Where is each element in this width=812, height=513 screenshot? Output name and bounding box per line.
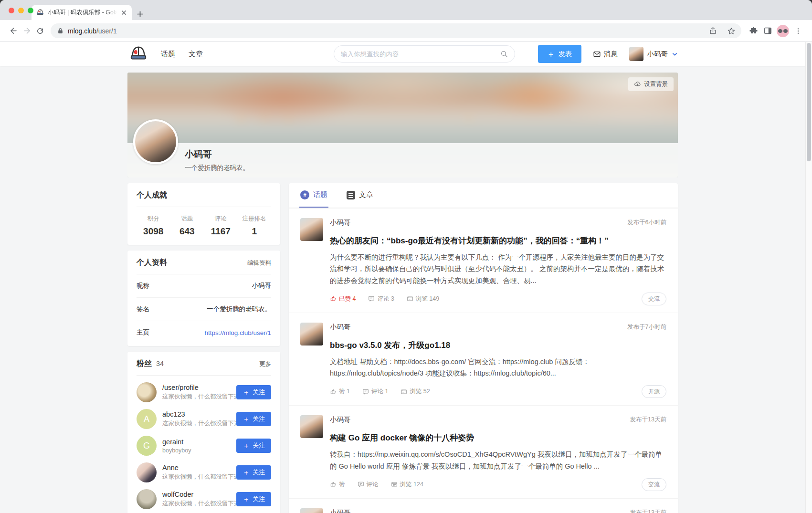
post-tag[interactable]: 交流 (642, 293, 666, 305)
post-title[interactable]: 热心的朋友问：“bbs-go最近有没有计划更新新的功能”，我的回答：“重构！” (330, 235, 666, 247)
window-close-button[interactable] (9, 8, 14, 13)
follow-button[interactable]: ＋ 关注 (236, 439, 271, 453)
search-box (334, 45, 515, 63)
post-author-name[interactable]: 小码哥 (330, 415, 351, 424)
header-username: 小码哥 (647, 50, 668, 59)
fan-avatar[interactable] (137, 489, 157, 509)
tab-topics[interactable]: # 话题 (299, 183, 328, 208)
comment-button[interactable]: 评论 3 (368, 295, 394, 303)
fan-description: 这家伙很懒，什么都没留下这... (162, 419, 236, 428)
like-button[interactable]: 赞 1 (330, 387, 350, 396)
user-menu[interactable]: 小码哥 (629, 47, 678, 61)
post-title[interactable]: bbs-go v3.5.0 发布，升级go1.18 (330, 340, 666, 351)
follow-button[interactable]: ＋ 关注 (236, 412, 271, 426)
post-tag[interactable]: 交流 (642, 478, 666, 491)
stat-item: 积分 3098 (137, 215, 170, 237)
achievements-card: 个人成就 积分 3098 话题 (127, 183, 280, 245)
fan-name[interactable]: Anne (162, 464, 236, 471)
follow-button[interactable]: ＋ 关注 (236, 385, 271, 399)
site-logo-icon[interactable] (127, 45, 149, 63)
fan-name[interactable]: wolfCoder (162, 491, 236, 498)
new-tab-button[interactable] (137, 10, 144, 18)
row-value: 小码哥 (252, 282, 272, 290)
profile-name: 小码哥 (185, 148, 678, 161)
fan-item: wolfCoder 这家伙很懒，什么都没留下这... ＋ 关注 (137, 489, 271, 509)
share-icon[interactable] (706, 24, 720, 38)
post-title[interactable]: 构建 Go 应用 docker 镜像的十八种姿势 (330, 432, 666, 444)
fan-avatar[interactable] (137, 382, 157, 402)
profile-bio: 一个爱折腾的老码农。 (185, 164, 678, 172)
post-author-name[interactable]: 小码哥 (330, 323, 351, 332)
fans-more-link[interactable]: 更多 (259, 360, 271, 368)
extensions-puzzle-icon[interactable] (746, 24, 760, 38)
fan-avatar[interactable]: A (137, 409, 157, 429)
like-button[interactable]: 赞 (330, 481, 345, 489)
search-icon[interactable] (500, 50, 508, 58)
stat-value: 643 (170, 226, 204, 237)
post-author-avatar[interactable] (300, 218, 323, 241)
scrollbar-thumb[interactable] (807, 43, 811, 161)
fan-name[interactable]: abc123 (162, 410, 236, 418)
stat-value: 3098 (137, 226, 170, 237)
bookmark-star-icon[interactable] (724, 24, 738, 38)
fan-name[interactable]: /user/profile (162, 384, 236, 391)
main-content: # 话题 文章 (289, 183, 678, 513)
plus-icon: ＋ (243, 415, 250, 424)
tab-close-icon[interactable] (121, 10, 127, 16)
fan-avatar[interactable] (137, 462, 157, 482)
browser-tab[interactable]: 小码哥 | 码农俱乐部 - Golang中国 (32, 5, 132, 20)
follow-button[interactable]: ＋ 关注 (236, 465, 271, 480)
nav-articles[interactable]: 文章 (189, 50, 203, 59)
browser-menu-icon[interactable] (791, 24, 805, 38)
reload-button[interactable] (33, 24, 47, 38)
views-counter: 浏览 149 (407, 295, 439, 303)
side-panel-icon[interactable] (760, 24, 775, 38)
post-excerpt[interactable]: 转载自：https://mp.weixin.qq.com/s/cOsoCD1_X… (330, 449, 666, 472)
profile-info-title: 个人资料 (137, 258, 167, 268)
comment-button[interactable]: 评论 (358, 481, 379, 489)
back-button[interactable] (7, 24, 20, 38)
messages-link[interactable]: 消息 (593, 50, 618, 59)
url-bar[interactable]: mlog.club/user/1 (51, 23, 741, 38)
set-background-button[interactable]: 设置背景 (628, 77, 674, 91)
page-scrollbar[interactable] (805, 42, 812, 513)
stat-item: 评论 1167 (204, 215, 238, 237)
post-author-name[interactable]: 小码哥 (330, 508, 351, 513)
profile-info-card: 个人资料 编辑资料 昵称 小码哥 (127, 251, 280, 346)
topic-hash-icon: # (300, 190, 309, 199)
comment-button[interactable]: 评论 1 (362, 387, 388, 396)
post-author-avatar[interactable] (300, 415, 323, 438)
search-input[interactable] (341, 51, 500, 58)
stat-value: 1167 (204, 226, 238, 237)
post-tag[interactable]: 开源 (642, 385, 666, 398)
window-minimize-button[interactable] (18, 8, 24, 13)
header-avatar (629, 47, 643, 61)
publish-button[interactable]: ＋ 发表 (538, 45, 581, 63)
views-icon (401, 388, 407, 395)
like-button[interactable]: 已赞 4 (330, 295, 356, 303)
comment-label: 评论 3 (377, 295, 394, 303)
tab-articles[interactable]: 文章 (346, 183, 374, 208)
thumbs-up-icon (330, 295, 337, 302)
views-counter: 浏览 124 (391, 481, 423, 489)
post-excerpt[interactable]: 为什么要不断的进行重构呢？我认为主要有以下几点： 作为一个开源程序，大家关注他最… (330, 251, 666, 286)
comment-icon (368, 295, 375, 302)
window-zoom-button[interactable] (28, 8, 33, 13)
browser-profile-avatar[interactable] (777, 25, 789, 37)
row-value: 一个爱折腾的老码农。 (207, 305, 271, 314)
profile-avatar[interactable] (133, 119, 178, 164)
fan-name[interactable]: geraint (162, 438, 236, 446)
row-label: 签名 (137, 305, 149, 314)
row-label: 昵称 (137, 282, 149, 290)
edit-profile-link[interactable]: 编辑资料 (247, 259, 271, 267)
forward-button[interactable] (20, 24, 33, 38)
stat-label: 评论 (204, 215, 238, 223)
post-excerpt[interactable]: 文档地址 帮助文档：http://docs.bbs-go.com/ 官网交流：h… (330, 356, 666, 379)
follow-button[interactable]: ＋ 关注 (236, 492, 271, 506)
fan-avatar[interactable]: G (137, 436, 157, 456)
views-label: 浏览 52 (410, 387, 430, 396)
nav-topics[interactable]: 话题 (161, 50, 175, 59)
post-author-avatar[interactable] (300, 508, 323, 513)
post-author-avatar[interactable] (300, 323, 323, 345)
post-author-name[interactable]: 小码哥 (330, 218, 351, 227)
